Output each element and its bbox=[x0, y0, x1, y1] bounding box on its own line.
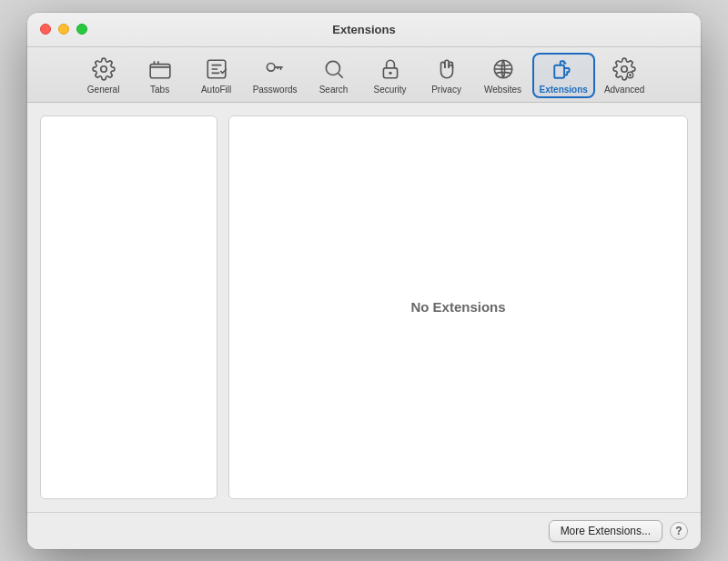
extensions-list-panel bbox=[40, 115, 217, 499]
privacy-label: Privacy bbox=[431, 85, 461, 95]
toolbar-item-search[interactable]: Search bbox=[307, 53, 361, 98]
traffic-lights bbox=[40, 24, 87, 35]
toolbar-item-privacy[interactable]: Privacy bbox=[420, 53, 474, 98]
hand-icon bbox=[434, 56, 460, 82]
passwords-label: Passwords bbox=[253, 85, 298, 95]
toolbar-item-security[interactable]: Security bbox=[363, 53, 418, 98]
svg-point-9 bbox=[622, 65, 628, 72]
lock-icon bbox=[378, 56, 403, 82]
toolbar-item-tabs[interactable]: Tabs bbox=[133, 53, 187, 98]
tabs-icon bbox=[147, 56, 173, 82]
more-extensions-button[interactable]: More Extensions... bbox=[549, 520, 662, 542]
advanced-label: Advanced bbox=[604, 85, 644, 95]
close-button[interactable] bbox=[40, 24, 51, 35]
svg-rect-1 bbox=[150, 64, 170, 77]
autofill-label: AutoFill bbox=[201, 85, 231, 95]
tabs-label: Tabs bbox=[150, 85, 169, 95]
svg-point-4 bbox=[326, 61, 339, 75]
toolbar-item-autofill[interactable]: AutoFill bbox=[189, 53, 244, 98]
gear-icon bbox=[91, 56, 116, 82]
toolbar-item-extensions[interactable]: Extensions bbox=[532, 53, 595, 98]
security-label: Security bbox=[373, 85, 406, 95]
extensions-label: Extensions bbox=[540, 85, 588, 95]
toolbar-item-advanced[interactable]: Advanced bbox=[597, 53, 652, 98]
websites-label: Websites bbox=[484, 85, 521, 95]
svg-point-6 bbox=[389, 71, 391, 74]
advanced-gear-icon bbox=[612, 56, 637, 82]
footer: More Extensions... ? bbox=[27, 512, 701, 549]
toolbar: General Tabs Au bbox=[27, 47, 701, 103]
key-icon bbox=[262, 56, 288, 82]
main-content: No Extensions bbox=[27, 103, 701, 512]
globe-icon bbox=[490, 56, 516, 82]
help-button[interactable]: ? bbox=[670, 522, 688, 540]
extensions-icon bbox=[551, 56, 576, 82]
search-label: Search bbox=[319, 85, 349, 95]
general-label: General bbox=[87, 85, 120, 95]
search-icon bbox=[321, 56, 347, 82]
extensions-detail-panel: No Extensions bbox=[228, 115, 688, 499]
autofill-icon bbox=[204, 56, 229, 82]
toolbar-item-passwords[interactable]: Passwords bbox=[246, 53, 305, 98]
no-extensions-message: No Extensions bbox=[410, 299, 505, 315]
window: Extensions General Ta bbox=[27, 13, 701, 549]
toolbar-item-general[interactable]: General bbox=[76, 53, 131, 98]
window-title: Extensions bbox=[332, 23, 395, 36]
svg-rect-8 bbox=[554, 65, 564, 77]
titlebar: Extensions bbox=[27, 13, 701, 47]
svg-point-3 bbox=[267, 63, 275, 71]
toolbar-item-websites[interactable]: Websites bbox=[476, 53, 531, 98]
svg-point-0 bbox=[100, 65, 106, 72]
minimize-button[interactable] bbox=[58, 24, 69, 35]
maximize-button[interactable] bbox=[76, 24, 87, 35]
